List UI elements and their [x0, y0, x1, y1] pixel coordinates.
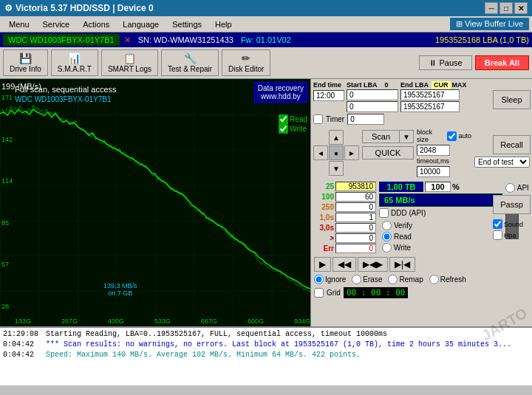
close-button[interactable]: ✕ — [514, 2, 528, 14]
read-checkbox[interactable] — [279, 114, 288, 124]
timer-checkbox[interactable] — [313, 114, 323, 124]
refresh-label: Refresh — [440, 275, 466, 284]
skip-button[interactable]: ▶◀▶ — [358, 257, 388, 272]
test-repair-button[interactable]: 🔧 Test & Repair — [161, 49, 219, 76]
speed-count-250[interactable] — [335, 202, 376, 212]
write-radio[interactable] — [382, 243, 392, 253]
refresh-option: Refresh — [429, 275, 466, 284]
menu-item-menu[interactable]: Menu — [3, 18, 35, 30]
menu-item-settings[interactable]: Settings — [166, 18, 208, 30]
radio-group: Verify Read Write — [379, 219, 502, 254]
ddd-checkbox[interactable] — [379, 208, 389, 218]
arrow-up-button[interactable]: ▲ — [329, 130, 344, 145]
back-button[interactable]: ◀◀ — [332, 257, 356, 272]
disk-editor-button[interactable]: ✏ Disk Editor — [222, 49, 270, 76]
arrow-right-button[interactable]: ► — [344, 145, 359, 160]
size-progress-row: 1,00 TB % — [379, 182, 502, 192]
speed-label-1s: 1,0s — [313, 213, 334, 221]
start-lba-input[interactable] — [347, 89, 398, 100]
grid-checkbox[interactable] — [314, 288, 324, 298]
ignore-radio[interactable] — [314, 275, 324, 284]
minimize-button[interactable]: ─ — [485, 2, 498, 14]
speed-count-100[interactable] — [335, 192, 376, 202]
block-size-auto-checkbox[interactable] — [447, 131, 457, 141]
refresh-radio[interactable] — [429, 275, 439, 284]
timeout-input[interactable] — [417, 166, 450, 177]
y-axis: 171 142 114 85 57 28 — [1, 94, 13, 310]
end-lba-input2[interactable] — [400, 101, 460, 112]
percent-input[interactable] — [425, 182, 451, 192]
play-button[interactable]: ▶ — [314, 257, 331, 272]
sleep-button[interactable]: Sleep — [493, 90, 531, 109]
read-radio-label: Read — [394, 233, 412, 241]
verify-radio-row: Verify — [382, 221, 499, 230]
drive-tab[interactable]: WDC WD1003FBYX-01Y7B1 — [3, 34, 120, 46]
speed-label-err: Err — [313, 244, 334, 253]
end-time-input[interactable] — [313, 90, 344, 101]
smart-button[interactable]: 📊 S.M.A.R.T — [51, 49, 98, 76]
break-all-button[interactable]: Break All — [475, 55, 529, 70]
speed-count-err[interactable] — [335, 244, 376, 253]
spacer — [493, 111, 531, 134]
start-lba-input2[interactable] — [347, 101, 398, 112]
pause-button[interactable]: ⏸ Pause — [419, 55, 472, 70]
smart-logs-icon: 📋 — [123, 52, 136, 64]
quick-button[interactable]: QUICK — [362, 146, 414, 159]
arrow-down-button[interactable]: ▼ — [329, 161, 344, 176]
remap-radio[interactable] — [388, 275, 398, 284]
timer-input[interactable] — [347, 114, 384, 125]
menu-item-language[interactable]: Language — [117, 18, 165, 30]
scan-dropdown: Scan ▼ — [362, 130, 414, 143]
view-buffer-button[interactable]: ⊞ View Buffer Live — [450, 18, 529, 30]
speed-count-gt[interactable] — [335, 233, 376, 243]
arrow-bl — [313, 161, 328, 176]
arrow-left-button[interactable]: ◄ — [313, 145, 328, 160]
x-label-400g: 400G — [108, 317, 124, 325]
title-bar-controls: ─ □ ✕ — [485, 2, 528, 14]
recall-button[interactable]: Recall — [493, 135, 531, 154]
smart-logs-label: SMART Logs — [108, 65, 151, 73]
verify-label: Verify — [394, 221, 412, 230]
end-button[interactable]: ▶|◀ — [389, 257, 415, 272]
smart-logs-button[interactable]: 📋 SMART Logs — [101, 49, 158, 76]
test-repair-icon: 🔧 — [184, 52, 197, 64]
drive-info-icon: 💾 — [19, 52, 32, 64]
log-time-1: 21:29:08 — [3, 329, 40, 340]
graph-subtitle: WDC WD1003FBYX-01Y7B1 — [15, 95, 112, 103]
erase-option: Erase — [352, 275, 382, 284]
menu-item-help[interactable]: Help — [209, 18, 238, 30]
speed-count-25[interactable] — [335, 182, 376, 191]
speed-count-1s[interactable] — [335, 213, 376, 222]
spacer2 — [493, 157, 531, 193]
playback-controls: ▶ ◀◀ ▶◀▶ ▶|◀ — [311, 255, 532, 273]
end-time-label: End time — [313, 81, 344, 89]
menu-item-actions[interactable]: Actions — [77, 18, 115, 30]
remap-option: Remap — [388, 275, 423, 284]
timeout-row: timeout,ms — [417, 157, 471, 165]
scan-section: Scan ▼ QUICK — [362, 130, 414, 159]
erase-radio[interactable] — [352, 275, 361, 284]
drive-tab-close[interactable]: ✕ — [124, 35, 131, 45]
passp-button[interactable]: Passp — [493, 195, 531, 214]
block-size-input[interactable] — [417, 145, 450, 156]
sound-checkbox[interactable] — [493, 219, 502, 229]
drive-info-button[interactable]: 💾 Drive Info — [3, 49, 48, 76]
read-radio-row: Read — [382, 232, 499, 241]
speed-annotation: 139,3 MB/s on 7 GB — [103, 282, 137, 297]
log-line-1: 21:29:08 Starting Reading, LBA=0..195352… — [3, 329, 529, 340]
scan-dropdown-arrow[interactable]: ▼ — [400, 131, 413, 142]
read-radio[interactable] — [382, 232, 392, 241]
arrow-center-button[interactable]: ● — [329, 145, 344, 160]
title-bar-left: ⚙ Victoria 5.37 HDD/SSD | Device 0 — [4, 3, 154, 13]
maximize-button[interactable]: □ — [499, 2, 513, 14]
menu-item-service[interactable]: Service — [37, 18, 76, 30]
scan-button[interactable]: Scan — [363, 131, 400, 142]
hpa-checkbox[interactable] — [493, 230, 502, 240]
speed-count-3s[interactable] — [335, 223, 376, 233]
verify-radio[interactable] — [382, 221, 392, 230]
end-time-group: End time — [313, 81, 344, 101]
write-checkbox[interactable] — [279, 124, 288, 134]
end-lba-input[interactable] — [400, 89, 460, 100]
data-recovery-line1: Data recovery — [258, 84, 304, 92]
data-recovery-box: Data recovery www.hdd.by — [254, 82, 307, 103]
